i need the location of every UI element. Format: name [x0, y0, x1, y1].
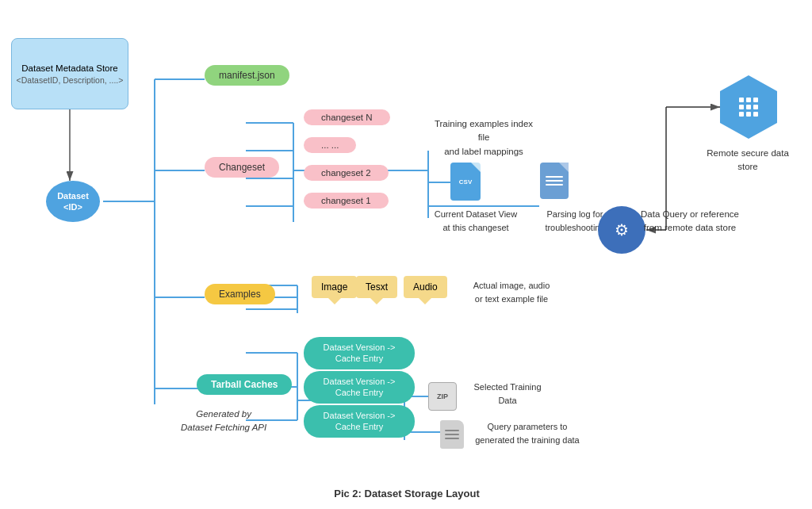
cache-entry-2-pill: Dataset Version -> Cache Entry: [304, 371, 415, 404]
changeset-2-label: changeset 2: [321, 168, 371, 178]
metadata-store-subtitle: <DatasetID, Description, ....>: [17, 75, 124, 86]
hex-dot-7: [739, 112, 744, 117]
doc-line-2: [546, 180, 563, 182]
hex-dot-8: [746, 112, 751, 117]
actual-example-text: Actual image, audio or text example file: [473, 281, 550, 304]
text-label: Tesxt: [366, 281, 388, 293]
text-example-box: Tesxt: [356, 276, 397, 298]
remote-store-label: Remote secure data store: [704, 147, 791, 174]
changeset-label: Changeset: [219, 162, 265, 173]
training-index-text: Training examples index file and label m…: [435, 119, 533, 156]
changeset-n-pill: changeset N: [304, 109, 390, 125]
cache-entry-3-line1: Dataset Version ->: [324, 411, 396, 420]
doc-line-3: [546, 184, 563, 186]
data-query-label: Data Query or reference from remote data…: [634, 208, 745, 235]
manifest-label: manifest.json: [219, 70, 275, 81]
hex-dot-1: [739, 98, 744, 102]
current-dataset-text: Current Dataset View at this changeset: [435, 209, 517, 232]
generated-by-label: Generated by Dataset Fetching API: [181, 408, 266, 435]
dataset-label1: Dataset: [57, 190, 89, 201]
generated-by-text: Generated by Dataset Fetching API: [181, 409, 266, 432]
doc-line-1: [546, 176, 563, 178]
dataset-circle: Dataset <ID>: [46, 181, 100, 222]
examples-pill: Examples: [205, 284, 275, 304]
training-index-label: Training examples index file and label m…: [432, 117, 535, 159]
hex-dot-9: [753, 112, 758, 117]
tarball-label: Tarball Caches: [211, 379, 278, 390]
query-params-text: Query parameters to generated the traini…: [475, 422, 580, 445]
image-label: Image: [321, 281, 347, 293]
audio-label: Audio: [413, 281, 438, 293]
diagram-container: Dataset Metadata Store <DatasetID, Descr…: [0, 0, 812, 509]
cache-entry-2-line2: Cache Entry: [335, 388, 384, 397]
dataset-label2: <ID>: [63, 201, 82, 212]
doc-small-line-1: [445, 430, 459, 431]
remote-store-text: Remote secure data store: [707, 148, 789, 171]
query-icon: ⚙: [615, 220, 629, 239]
cache-entry-1-line1: Dataset Version ->: [324, 343, 396, 352]
selected-training-label: Selected Training Data: [464, 381, 551, 408]
parsing-log-text: Parsing log for troubleshooting: [545, 209, 604, 232]
cache-entry-1-line2: Cache Entry: [335, 354, 384, 363]
cache-entry-2-line1: Dataset Version ->: [324, 377, 396, 386]
zip-label: ZIP: [437, 392, 448, 400]
hex-dot-2: [746, 98, 751, 102]
image-box-notch: [328, 298, 341, 304]
text-box-notch: [370, 298, 383, 304]
tarball-pill: Tarball Caches: [197, 374, 292, 395]
csv-badge: CSV: [459, 178, 472, 186]
remote-store-hexagon: [720, 75, 777, 139]
changeset-pill: Changeset: [205, 157, 279, 178]
caption: Pic 2: Dataset Storage Layout: [268, 488, 546, 499]
data-query-text: Data Query or reference from remote data…: [641, 209, 739, 232]
hex-dot-6: [753, 105, 758, 109]
doc-small-line-3: [445, 438, 459, 439]
image-example-box: Image: [312, 276, 357, 298]
zip-icon: ZIP: [428, 382, 457, 411]
hex-dot-4: [739, 105, 744, 109]
cache-entry-3-pill: Dataset Version -> Cache Entry: [304, 405, 415, 438]
doc-icon-shape: [540, 163, 569, 199]
csv-icon: CSV: [450, 163, 481, 201]
audio-example-box: Audio: [404, 276, 447, 298]
changeset-dots-label: ... ...: [321, 140, 339, 150]
hex-dots-grid: [739, 98, 758, 117]
examples-label: Examples: [219, 289, 261, 300]
actual-example-label: Actual image, audio or text example file: [460, 279, 563, 307]
audio-box-notch: [419, 298, 431, 304]
changeset-1-label: changeset 1: [321, 196, 371, 205]
changeset-dots-pill: ... ...: [304, 137, 356, 153]
current-dataset-label: Current Dataset View at this changeset: [428, 208, 523, 235]
doc-small-line-2: [445, 434, 459, 435]
hex-dot-5: [746, 105, 751, 109]
hexagon-inner: [739, 98, 758, 117]
query-params-doc-icon: [440, 420, 464, 449]
cache-entry-3-line2: Cache Entry: [335, 422, 384, 431]
cache-entry-1-pill: Dataset Version -> Cache Entry: [304, 337, 415, 369]
caption-text: Pic 2: Dataset Storage Layout: [334, 488, 480, 499]
csv-icon-shape: CSV: [450, 163, 481, 201]
doc-icon: [540, 163, 569, 199]
changeset-2-pill: changeset 2: [304, 165, 389, 181]
selected-training-text: Selected Training Data: [474, 382, 542, 405]
manifest-pill: manifest.json: [205, 65, 289, 86]
metadata-store-box: Dataset Metadata Store <DatasetID, Descr…: [11, 38, 128, 109]
changeset-1-pill: changeset 1: [304, 193, 389, 209]
hex-dot-3: [753, 98, 758, 102]
query-params-label: Query parameters to generated the traini…: [472, 420, 583, 448]
metadata-store-title: Dataset Metadata Store: [21, 62, 117, 75]
changeset-n-label: changeset N: [321, 113, 373, 122]
